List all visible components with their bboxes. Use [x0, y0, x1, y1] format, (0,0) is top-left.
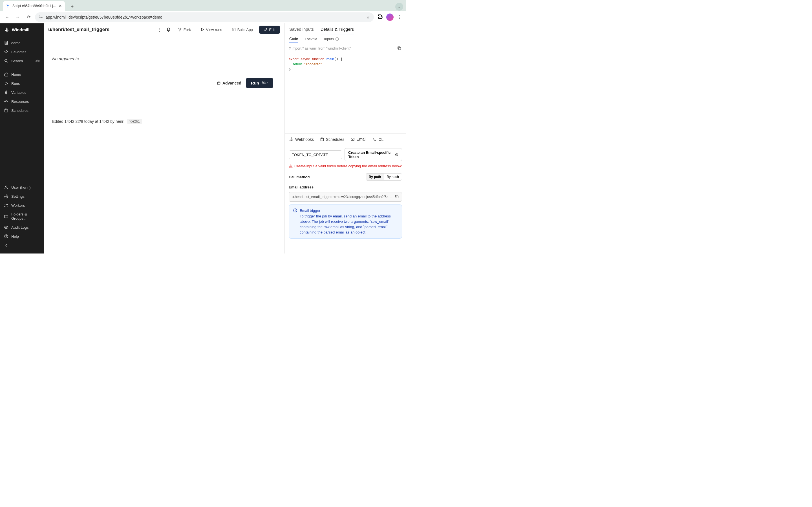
sidebar-help[interactable]: Help [0, 232, 44, 241]
by-hash-button[interactable]: By hash [384, 173, 402, 180]
profile-avatar[interactable] [386, 13, 394, 21]
info-circle-icon [293, 208, 297, 213]
sidebar-collapse[interactable] [0, 241, 44, 251]
folder-icon [4, 214, 8, 219]
forward-button[interactable]: → [13, 13, 22, 21]
sidebar-user[interactable]: User (henri) [0, 183, 44, 192]
sidebar-variables[interactable]: Variables [0, 88, 44, 97]
run-kbd: ⌘↵ [261, 81, 268, 85]
code-viewer: // import * as wmill from "windmill-clie… [285, 43, 406, 133]
variables-label: Variables [11, 91, 26, 95]
tab-inputs[interactable]: Inputs [324, 36, 339, 43]
right-panel: Saved inputs Details & Triggers Code Loc… [285, 23, 406, 253]
star-icon [4, 50, 8, 54]
tabs-dropdown-icon[interactable]: ⌄ [395, 3, 403, 11]
brand[interactable]: Windmill [0, 23, 44, 36]
brand-name: Windmill [12, 27, 29, 32]
new-tab-button[interactable]: + [68, 3, 76, 11]
copy-code-icon[interactable] [397, 46, 402, 51]
sidebar: Windmill demo Favorites Search ⌘k Home [0, 23, 44, 253]
reload-button[interactable]: ⟳ [24, 13, 33, 21]
create-token-button[interactable]: Create an Email-specific Token [345, 148, 402, 161]
tab-cli[interactable]: CLI [372, 136, 385, 144]
warning-text: Create/input a valid token before copyin… [294, 164, 402, 168]
info-icon [335, 37, 339, 41]
info-small-icon [395, 153, 398, 157]
resources-label: Resources [11, 100, 29, 104]
chrome-menu-icon[interactable]: ⋮ [397, 14, 402, 20]
code-fn-main: main [326, 57, 334, 61]
tab-bar: Script e857be88e0fde2b1 | W ✕ + ⌄ [0, 0, 406, 11]
tab-saved-inputs[interactable]: Saved inputs [289, 25, 314, 34]
build-app-button[interactable]: Build App [229, 26, 256, 34]
play-outline-icon [200, 27, 204, 32]
advanced-label: Advanced [222, 81, 241, 86]
sidebar-search[interactable]: Search ⌘k [0, 56, 44, 65]
sidebar-runs[interactable]: Runs [0, 79, 44, 88]
back-button[interactable]: ← [3, 13, 11, 21]
mail-icon [350, 137, 355, 142]
tab-details-triggers[interactable]: Details & Triggers [320, 25, 354, 34]
token-warning: Create/input a valid token before copyin… [289, 164, 402, 168]
svg-point-5 [5, 186, 7, 187]
sidebar-audit[interactable]: Audit Logs [0, 223, 44, 232]
svg-rect-2 [5, 41, 7, 45]
calendar-icon [4, 108, 8, 113]
tab-webhooks[interactable]: Webhooks [289, 136, 314, 144]
user-icon [4, 185, 8, 189]
search-kbd: ⌘k [35, 59, 40, 63]
page-header: u/henri/test_email_triggers ⋮ Fork View … [44, 23, 285, 36]
fork-button[interactable]: Fork [174, 26, 194, 34]
fork-label: Fork [184, 27, 191, 32]
sidebar-resources[interactable]: Resources [0, 97, 44, 106]
run-button[interactable]: Run ⌘↵ [246, 78, 273, 88]
copy-email-icon[interactable] [395, 194, 399, 200]
bell-icon[interactable] [165, 26, 172, 33]
info-body-text: To trigger the job by email, send an ema… [293, 214, 398, 235]
url-bar[interactable]: app.windmill.dev/scripts/get/e857be88e0f… [35, 12, 374, 22]
code-line-1: // import * as wmill from "windmill-clie… [289, 47, 351, 50]
hash-badge: fde2b1 [127, 119, 142, 124]
sidebar-workers[interactable]: Workers [0, 201, 44, 210]
sidebar-home[interactable]: Home [0, 70, 44, 79]
tab-close-icon[interactable]: ✕ [59, 4, 62, 8]
edited-text: Edited 14:42 22/8 today at 14:42 by henr… [52, 119, 124, 124]
sidebar-schedules[interactable]: Schedules [0, 106, 44, 115]
runs-label: Runs [11, 81, 20, 86]
by-path-button[interactable]: By path [366, 173, 384, 180]
workers-icon [4, 203, 8, 208]
help-label: Help [11, 234, 19, 238]
search-label: Search [11, 59, 23, 63]
sidebar-favorites[interactable]: Favorites [0, 47, 44, 56]
bookmark-star-icon[interactable]: ☆ [366, 15, 370, 19]
svg-rect-21 [320, 138, 323, 141]
tab-code[interactable]: Code [289, 36, 298, 43]
sidebar-workspace[interactable]: demo [0, 38, 44, 47]
view-runs-button[interactable]: View runs [197, 26, 225, 34]
info-title-text: Email trigger [300, 209, 320, 213]
browser-chrome: Script e857be88e0fde2b1 | W ✕ + ⌄ ← → ⟳ … [0, 0, 406, 23]
tab-lockfile[interactable]: Lockfile [305, 36, 317, 43]
code-kw-return: return [293, 62, 302, 66]
settings-label: Settings [11, 194, 24, 199]
tab-trigger-schedules[interactable]: Schedules [320, 136, 344, 144]
email-trigger-info: Email trigger To trigger the job by emai… [289, 205, 402, 238]
search-icon [4, 59, 8, 63]
extensions-icon[interactable] [378, 14, 383, 20]
svg-point-7 [5, 204, 6, 205]
header-menu-icon[interactable]: ⋮ [156, 26, 163, 33]
help-icon [4, 234, 8, 238]
tab-email[interactable]: Email [350, 136, 366, 144]
edit-button[interactable]: Edit [259, 25, 280, 34]
sidebar-folders[interactable]: Folders & Groups... [0, 210, 44, 223]
svg-point-3 [5, 59, 7, 62]
call-method-segment: By path By hash [366, 173, 402, 180]
dollar-icon [4, 90, 8, 95]
advanced-button[interactable]: Advanced [217, 81, 241, 86]
browser-tab[interactable]: Script e857be88e0fde2b1 | W ✕ [3, 1, 65, 11]
no-arguments-text: No arguments [52, 56, 276, 61]
token-input[interactable] [289, 151, 342, 159]
browser-toolbar: ← → ⟳ app.windmill.dev/scripts/get/e857b… [0, 11, 406, 23]
site-tune-icon[interactable] [39, 15, 43, 19]
sidebar-settings[interactable]: Settings [0, 192, 44, 201]
